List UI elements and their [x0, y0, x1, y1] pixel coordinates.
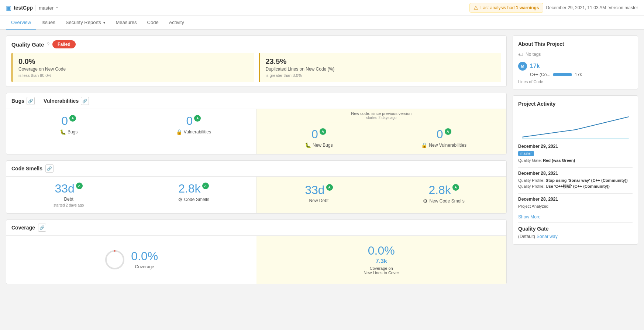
quality-gate-title: Quality Gate [11, 41, 44, 48]
coverage-circle-chart [104, 249, 125, 270]
qg-dup-percent: 23.5% [266, 57, 496, 66]
activity-chart [518, 111, 633, 141]
topbar-right: ⚠ Last analysis had 1 warnings December … [469, 3, 638, 13]
debt-grade: A [76, 183, 83, 189]
branch-name[interactable]: master [39, 5, 54, 11]
new-smells-metric: 2.8k A ⚙ New Code Smells [381, 177, 506, 211]
qg-link[interactable]: Sonar way [537, 234, 558, 239]
debt-started: started 2 days ago [14, 203, 124, 207]
qg-condition-coverage: 0.0% Coverage on New Code is less than 8… [11, 53, 254, 82]
activity-desc-1: Quality Profile: Stop using 'Sonar way' … [518, 177, 633, 190]
new-vulns-value: 0 [437, 128, 443, 140]
topbar: ▣ testCpp | master + ⚠ Last analysis had… [0, 0, 644, 16]
new-coverage-metric: 0.0% 7.3k Coverage on New Lines to Cover [256, 236, 507, 284]
show-more-button[interactable]: Show More [518, 214, 541, 220]
smells-grade: A [202, 183, 209, 189]
bugs-grade: A [69, 115, 76, 122]
qg-coverage-percent: 0.0% [18, 57, 248, 66]
activity-chart-svg [518, 111, 633, 141]
vulns-grade: A [194, 115, 201, 122]
activity-date-0: December 29, 2021 [518, 144, 633, 149]
activity-event-1: December 28, 2021 Quality Profile: Stop … [518, 171, 633, 190]
tab-issues[interactable]: Issues [36, 16, 61, 30]
code-smells-link-icon[interactable]: 🔗 [45, 164, 54, 173]
qg-dup-label: Duplicated Lines on New Code (%) [266, 67, 496, 72]
qg-condition-duplications: 23.5% Duplicated Lines on New Code (%) i… [259, 53, 502, 82]
help-icon[interactable]: ? [47, 42, 49, 47]
tab-overview[interactable]: Overview [6, 16, 36, 30]
debt-metric: 33d A Debt started 2 days ago [6, 177, 131, 213]
warning-icon: ⚠ [473, 5, 478, 11]
chevron-down-icon: ▾ [103, 21, 105, 25]
new-smells-value: 2.8k [428, 184, 451, 196]
project-name[interactable]: testCpp [14, 5, 33, 11]
new-lines-value: 7.3k [376, 258, 387, 265]
new-debt-metric: 33d A New Debt [256, 177, 382, 211]
divider-2 [518, 193, 633, 194]
qg-default-row: (Default) Sonar way [518, 234, 633, 239]
loc-row: M 17k [518, 62, 633, 71]
lang-bar [553, 73, 572, 76]
vulns-title: Vulnerabilities 🔗 [44, 97, 89, 105]
lang-bar-row: C++ (Co... 17k [518, 72, 633, 77]
tab-code[interactable]: Code [142, 16, 164, 30]
vulns-value: 0 [186, 115, 193, 127]
project-activity-section: Project Activity December 29, 2021 maste… [513, 95, 638, 245]
coverage-section: Coverage 🔗 0.0% Coverage 0.0% [6, 220, 507, 284]
sidebar: About This Project 🏷 No tags M 17k C++ (… [513, 35, 638, 320]
nav-tabs: Overview Issues Security Reports ▾ Measu… [0, 16, 644, 30]
coverage-link-icon[interactable]: 🔗 [38, 224, 46, 232]
code-smells-title: Code Smells [11, 166, 42, 171]
vulns-link-icon[interactable]: 🔗 [81, 97, 89, 105]
new-code-subtitle: started 2 days ago [262, 116, 502, 120]
quality-gate-sidebar: Quality Gate (Default) Sonar way [518, 226, 633, 239]
add-branch-icon[interactable]: + [56, 5, 58, 10]
new-vulns-grade: A [445, 128, 451, 135]
bugs-title: Bugs 🔗 [11, 97, 35, 105]
new-coverage-label: Coverage on New Lines to Cover [364, 266, 399, 275]
tab-activity[interactable]: Activity [164, 16, 189, 30]
tab-measures[interactable]: Measures [110, 16, 142, 30]
bugs-metric: 0 A 🐛 Bugs [6, 109, 131, 154]
new-code-header: New code: since previous version started… [256, 109, 507, 122]
warning-badge[interactable]: ⚠ Last analysis had 1 warnings [469, 3, 543, 13]
new-code-title: New code: since previous version [262, 111, 502, 116]
new-vulns-label: 🔒 New Vulnerabilities [389, 142, 499, 148]
activity-branch-tag-0: master [518, 151, 534, 156]
analysis-info: December 29, 2021, 11:03 AM Version mast… [546, 5, 638, 10]
activity-events: December 29, 2021 master Quality Gate: R… [518, 144, 633, 220]
smells-value: 2.8k [178, 183, 200, 194]
bugs-link-icon[interactable]: 🔗 [27, 97, 35, 105]
new-bugs-value: 0 [311, 128, 318, 140]
lang-avatar: M [518, 62, 527, 71]
loc-label: Lines of Code [518, 79, 633, 84]
coverage-metric: 0.0% Coverage [6, 236, 256, 284]
new-bugs-metric: 0 A 🐛 New Bugs [256, 122, 382, 154]
activity-event-0: December 29, 2021 master Quality Gate: R… [518, 144, 633, 164]
coverage-title: Coverage [11, 225, 35, 231]
vulns-label: 🔒 Vulnerabilities [138, 129, 248, 135]
tag-icon: 🏷 [518, 51, 523, 57]
quality-gate-status: Failed [52, 40, 76, 48]
activity-date-2: December 28, 2021 [518, 197, 633, 202]
activity-desc-0: Quality Gate: Red (was Green) [518, 157, 633, 164]
project-activity-title: Project Activity [518, 101, 633, 107]
tab-security-reports[interactable]: Security Reports ▾ [61, 16, 111, 30]
bugs-value: 0 [61, 115, 68, 127]
smells-metric: 2.8k A ⚙ Code Smells [131, 177, 256, 213]
divider-1 [518, 167, 633, 168]
smells-label: ⚙ Code Smells [138, 197, 248, 203]
new-bugs-label: 🐛 New Bugs [264, 142, 374, 148]
new-vulns-metric: 0 A 🔒 New Vulnerabilities [381, 122, 506, 154]
bugs-vulnerabilities-section: Bugs 🔗 Vulnerabilities 🔗 0 A [6, 93, 507, 154]
divider-3 [518, 222, 633, 223]
activity-desc-2: Project Analyzed [518, 203, 633, 210]
coverage-value: 0.0% [131, 250, 158, 262]
qg-coverage-rule: is less than 80.0% [18, 73, 248, 78]
lang-loc: 17k [575, 72, 582, 77]
about-project-title: About This Project [518, 41, 633, 47]
new-bugs-grade: A [320, 128, 326, 135]
qg-default-label: (Default) [518, 234, 535, 239]
activity-date-1: December 28, 2021 [518, 171, 633, 176]
new-debt-label: New Debt [264, 198, 374, 203]
